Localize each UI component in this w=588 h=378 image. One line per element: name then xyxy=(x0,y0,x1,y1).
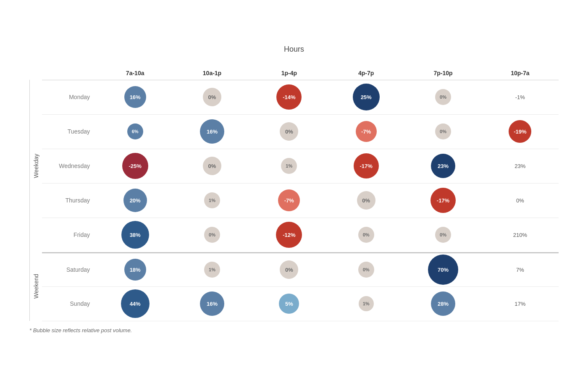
bubble-saturday-col3: 0% xyxy=(358,262,374,278)
bubble-wednesday-col3: -17% xyxy=(354,153,379,178)
row-group-labels: WeekdayWeekend xyxy=(29,80,42,321)
cell-monday-col1: 0% xyxy=(173,88,250,106)
cell-thursday-col5: 0% xyxy=(482,197,559,204)
row-label-saturday: Saturday xyxy=(42,266,97,273)
cell-friday-col0: 38% xyxy=(97,221,173,249)
bubble-thursday-col3: 0% xyxy=(357,191,375,210)
cell-saturday-col2: 0% xyxy=(251,260,328,279)
bubble-monday-col3: 25% xyxy=(353,84,380,110)
cell-wednesday-col3: -17% xyxy=(328,153,404,178)
col-header-10p-7a: 10p-7a xyxy=(482,70,559,76)
cell-wednesday-col5: 23% xyxy=(482,163,559,169)
bubble-friday-col3: 0% xyxy=(358,227,374,243)
bubble-tuesday-col5: -19% xyxy=(509,120,531,143)
table-body: Monday16%0%-14%25%0%-1%Tuesday6%16%0%-7%… xyxy=(42,80,559,321)
col-header-10a-1p: 10a-1p xyxy=(173,70,250,76)
bubble-wednesday-col4: 23% xyxy=(431,154,455,178)
cell-friday-col2: -12% xyxy=(251,222,328,248)
bubble-tuesday-col4: 0% xyxy=(435,123,451,139)
footnote: * Bubble size reflects relative post vol… xyxy=(29,327,559,333)
col-header-4p-7p: 4p-7p xyxy=(328,70,404,76)
row-label-wednesday: Wednesday xyxy=(42,163,97,169)
cell-wednesday-col0: -25% xyxy=(97,153,173,179)
bubble-tuesday-col1: 16% xyxy=(200,119,224,144)
bubble-friday-col1: 0% xyxy=(204,227,220,243)
cell-sunday-col5: 17% xyxy=(482,301,559,307)
cell-saturday-col4: 70% xyxy=(404,255,481,285)
bubble-thursday-col2: -7% xyxy=(278,189,300,211)
data-row-thursday: Thursday20%1%-7%0%-17%0% xyxy=(42,184,559,218)
bubble-saturday-col4: 70% xyxy=(428,255,458,285)
bubble-monday-col4: 0% xyxy=(435,89,451,105)
cell-tuesday-col0: 6% xyxy=(97,123,173,139)
bubble-thursday-col4: -17% xyxy=(430,188,456,213)
cell-monday-col2: -14% xyxy=(251,84,328,110)
row-label-monday: Monday xyxy=(42,94,97,100)
bubble-friday-col0: 38% xyxy=(121,221,149,249)
cell-sunday-col3: 1% xyxy=(328,296,404,311)
cell-friday-col3: 0% xyxy=(328,227,404,243)
cell-thursday-col3: 0% xyxy=(328,191,404,210)
bubble-tuesday-col3: -7% xyxy=(356,121,377,142)
row-group-label-weekend: Weekend xyxy=(29,252,42,321)
bubble-wednesday-col1: 0% xyxy=(203,157,221,175)
chart-container: Hours WeekdayWeekend 7a-10a10a-1p1p-4p4p… xyxy=(17,37,571,342)
data-row-monday: Monday16%0%-14%25%0%-1% xyxy=(42,80,559,115)
cell-thursday-col4: -17% xyxy=(404,188,481,213)
cell-monday-col3: 25% xyxy=(328,84,404,110)
bubble-saturday-col1: 1% xyxy=(204,262,220,278)
bubble-sunday-col2: 5% xyxy=(279,294,299,314)
data-row-friday: Friday38%0%-12%0%0%210% xyxy=(42,218,559,252)
cell-thursday-col1: 1% xyxy=(173,192,250,208)
cell-saturday-col1: 1% xyxy=(173,262,250,278)
bubble-sunday-col3: 1% xyxy=(359,296,374,311)
cell-saturday-col5: 7% xyxy=(482,267,559,273)
cell-saturday-col3: 0% xyxy=(328,262,404,278)
bubble-tuesday-col2: 0% xyxy=(280,122,298,141)
data-row-saturday: Saturday18%1%0%0%70%7% xyxy=(42,252,559,287)
bubble-friday-col2: -12% xyxy=(276,222,302,248)
cell-tuesday-col2: 0% xyxy=(251,122,328,141)
cell-friday-col4: 0% xyxy=(404,227,481,243)
col-headers: 7a-10a10a-1p1p-4p4p-7p7p-10p10p-7a xyxy=(42,58,559,80)
cell-thursday-col0: 20% xyxy=(97,189,173,212)
data-row-wednesday: Wednesday-25%0%1%-17%23%23% xyxy=(42,149,559,184)
bubble-monday-col2: -14% xyxy=(276,84,302,110)
cell-saturday-col0: 18% xyxy=(97,259,173,281)
cell-monday-col4: 0% xyxy=(404,89,481,105)
cell-monday-col0: 16% xyxy=(97,86,173,108)
row-group-label-weekday: Weekday xyxy=(29,80,42,252)
row-label-tuesday: Tuesday xyxy=(42,128,97,135)
chart-title: Hours xyxy=(29,45,559,54)
bubble-value-sunday-col5: 17% xyxy=(514,301,525,307)
cell-sunday-col4: 28% xyxy=(404,291,481,316)
cell-wednesday-col2: 1% xyxy=(251,158,328,174)
bubble-wednesday-col2: 1% xyxy=(281,158,297,174)
cell-sunday-col2: 5% xyxy=(251,294,328,314)
grid-wrapper: WeekdayWeekend 7a-10a10a-1p1p-4p4p-7p7p-… xyxy=(29,58,559,321)
col-header-7p-10p: 7p-10p xyxy=(404,70,481,76)
bubble-value-friday-col5: 210% xyxy=(513,232,527,238)
col-header-7a-10a: 7a-10a xyxy=(97,70,173,76)
bubble-sunday-col4: 28% xyxy=(431,291,455,316)
cell-sunday-col1: 16% xyxy=(173,291,250,316)
bubble-value-wednesday-col5: 23% xyxy=(514,163,525,169)
cell-wednesday-col4: 23% xyxy=(404,154,481,178)
bubble-friday-col4: 0% xyxy=(435,227,451,243)
cell-tuesday-col3: -7% xyxy=(328,121,404,142)
cell-tuesday-col4: 0% xyxy=(404,123,481,139)
row-label-sunday: Sunday xyxy=(42,300,97,307)
table-area: 7a-10a10a-1p1p-4p4p-7p7p-10p10p-7a Monda… xyxy=(42,58,559,321)
bubble-saturday-col0: 18% xyxy=(124,259,146,281)
cell-tuesday-col1: 16% xyxy=(173,119,250,144)
bubble-sunday-col0: 44% xyxy=(121,289,150,318)
bubble-value-saturday-col5: 7% xyxy=(516,267,524,273)
bubble-monday-col0: 16% xyxy=(124,86,146,108)
row-label-friday: Friday xyxy=(42,231,97,238)
data-row-tuesday: Tuesday6%16%0%-7%0%-19% xyxy=(42,115,559,149)
cell-thursday-col2: -7% xyxy=(251,189,328,211)
cell-wednesday-col1: 0% xyxy=(173,157,250,175)
cell-friday-col1: 0% xyxy=(173,227,250,243)
bubble-value-monday-col5: -1% xyxy=(515,94,525,100)
bubble-thursday-col1: 1% xyxy=(204,192,220,208)
